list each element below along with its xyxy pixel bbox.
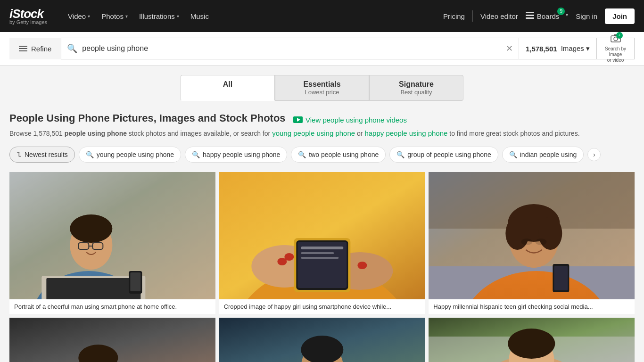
image-grid: Portrait of a cheerful man using smart p… (9, 172, 635, 362)
search-chip-icon: 🔍 (396, 151, 405, 158)
pricing-link[interactable]: Pricing (443, 12, 465, 20)
image-3 (429, 172, 635, 299)
chevron-down-icon: ▾ (125, 14, 128, 19)
image-4-preview (9, 318, 215, 362)
image-card-2[interactable]: Cropped image of happy girl using smartp… (219, 172, 425, 314)
chevron-down-icon: ▾ (88, 14, 90, 19)
image-card-1[interactable]: Portrait of a cheerful man using smart p… (9, 172, 215, 314)
tab-essentials[interactable]: Essentials Lowest price (275, 75, 369, 101)
boards-icon (526, 12, 534, 19)
search-input-wrap: 🔍 ✕ (61, 38, 519, 59)
image-card-3[interactable]: Happy millennial hispanic teen girl chec… (429, 172, 635, 314)
divider (472, 10, 473, 22)
chip-two[interactable]: 🔍 two people using phone (291, 147, 386, 163)
chip-happy[interactable]: 🔍 happy people using phone (185, 147, 287, 163)
page-title: People Using Phone Pictures, Images and … (9, 112, 286, 124)
sign-in-link[interactable]: Sign in (576, 12, 597, 20)
nav-photos[interactable]: Photos ▾ (97, 8, 132, 24)
image-caption-3: Happy millennial hispanic teen girl chec… (429, 299, 635, 314)
svg-rect-13 (46, 278, 140, 299)
svg-point-54 (508, 329, 555, 359)
sliders-icon: ⇅ (17, 151, 22, 158)
clear-search-icon[interactable]: ✕ (506, 43, 513, 54)
svg-rect-29 (301, 257, 339, 259)
search-icon: 🔍 (67, 43, 77, 54)
view-videos-link[interactable]: View people using phone videos (293, 116, 407, 124)
join-button[interactable]: Join (605, 8, 635, 24)
search-chip-icon: 🔍 (86, 151, 94, 158)
nav-illustrations[interactable]: Illustrations ▾ (134, 8, 184, 24)
image-1 (9, 172, 215, 299)
svg-rect-27 (301, 247, 343, 249)
image-card-5[interactable] (219, 318, 425, 362)
browse-link-young[interactable]: young people using phone (272, 128, 355, 139)
image-5-preview (219, 318, 425, 362)
logo-main: iStock (9, 8, 47, 20)
svg-point-39 (536, 239, 547, 245)
chip-newest[interactable]: ⇅ Newest results (9, 147, 75, 163)
search-chip-icon: 🔍 (509, 151, 517, 158)
nav-video[interactable]: Video ▾ (63, 8, 95, 24)
results-count[interactable]: 1,578,501 Images ▾ (519, 38, 597, 59)
chip-group[interactable]: 🔍 group of people using phone (389, 147, 498, 163)
search-input[interactable] (82, 44, 501, 53)
tab-signature[interactable]: Signature Best quality (369, 75, 463, 101)
main-content: All Essentials Lowest price Signature Be… (0, 66, 644, 362)
image-caption-2: Cropped image of happy girl using smartp… (219, 299, 425, 314)
refine-icon (19, 46, 27, 51)
search-chip-icon: 🔍 (298, 151, 306, 158)
svg-rect-15 (130, 272, 140, 291)
suggestion-chips: ⇅ Newest results 🔍 young people using ph… (9, 147, 635, 163)
svg-point-26 (357, 262, 367, 269)
svg-point-25 (284, 253, 294, 261)
filter-tabs: All Essentials Lowest price Signature Be… (9, 75, 635, 101)
logo[interactable]: iStock by Getty Images (9, 8, 47, 25)
header-right: Pricing Video editor Boards 9 ▾ Sign in … (443, 8, 635, 24)
search-bar: Refine 🔍 ✕ 1,578,501 Images ▾ + Search b… (0, 32, 644, 66)
tab-all[interactable]: All (181, 75, 275, 101)
header: iStock by Getty Images Video ▾ Photos ▾ … (0, 0, 644, 32)
svg-rect-41 (554, 266, 568, 290)
search-by-image-button[interactable]: + Search by Imageor video (597, 38, 635, 59)
image-card-4[interactable] (9, 318, 215, 362)
svg-point-8 (70, 214, 112, 243)
chevron-down-icon: ▾ (586, 44, 590, 52)
page-title-area: People Using Phone Pictures, Images and … (9, 112, 635, 124)
chip-young[interactable]: 🔍 young people using phone (79, 147, 181, 163)
svg-point-38 (521, 239, 533, 245)
browse-description: Browse 1,578,501 people using phone stoc… (9, 128, 635, 139)
svg-rect-28 (301, 252, 334, 254)
nav-music[interactable]: Music (186, 8, 214, 24)
image-caption-1: Portrait of a cheerful man using smart p… (9, 299, 215, 314)
results-type-label: Images ▾ (561, 44, 590, 53)
video-camera-icon (293, 116, 303, 123)
chevron-down-icon: ▾ (177, 14, 179, 19)
image-2 (219, 172, 425, 299)
camera-icon: + (611, 34, 621, 45)
image-card-6[interactable] (429, 318, 635, 362)
results-count-number: 1,578,501 (526, 45, 557, 53)
search-chip-icon: 🔍 (192, 151, 200, 158)
chip-indian[interactable]: 🔍 indian people using (502, 147, 584, 163)
chevron-down-icon: ▾ (566, 12, 568, 17)
boards-link[interactable]: Boards 9 ▾ (526, 12, 569, 20)
video-editor-link[interactable]: Video editor (480, 12, 518, 20)
browse-link-happy[interactable]: happy people using phone (364, 128, 447, 139)
refine-button[interactable]: Refine (9, 38, 61, 59)
image-6-preview (429, 318, 635, 362)
logo-sub: by Getty Images (9, 20, 47, 25)
chips-next-button[interactable]: › (587, 148, 601, 161)
nav: Video ▾ Photos ▾ Illustrations ▾ Music (63, 8, 432, 24)
search-by-image-label: Search by Imageor video (599, 46, 632, 63)
